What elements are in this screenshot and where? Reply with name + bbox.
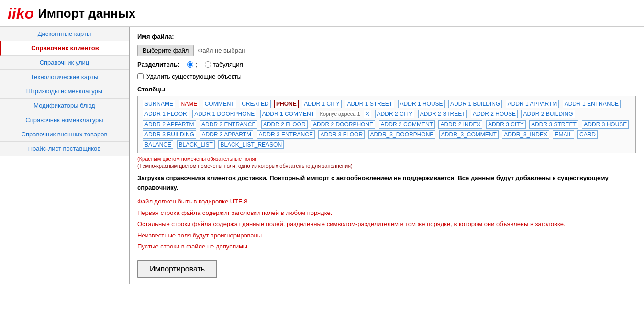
column-tag: ADDR 1 STREET xyxy=(345,100,394,108)
main-layout: Дисконтные картыСправочник клиентовСправ… xyxy=(0,26,644,284)
info-line: Пустые строки в файле не допустимы. xyxy=(137,242,636,251)
column-tag: ADDR 2 INDEX xyxy=(438,120,482,129)
import-button-row: Импортировать xyxy=(137,253,636,278)
column-tag: ADDR 1 CITY xyxy=(302,100,342,108)
column-tag: ADDR 2 ENTRANCE xyxy=(200,120,257,129)
file-no-selected-text: Файл не выбран xyxy=(198,47,245,54)
sidebar: Дисконтные картыСправочник клиентовСправ… xyxy=(0,27,129,284)
column-tag: EMAIL xyxy=(553,130,574,139)
info-bold: Загрузка справочника клиентов доставки. … xyxy=(137,173,636,192)
column-tag: ADDR 3 BUILDING xyxy=(143,130,196,139)
radio-semicolon-input[interactable] xyxy=(187,61,193,68)
column-tag: X xyxy=(364,110,371,118)
info-line: Остальные строки файла содержат данные п… xyxy=(137,219,636,229)
column-tag: CARD xyxy=(577,130,598,139)
column-tag: ADDR 3 ENTRANCE xyxy=(257,130,315,139)
column-tag: BLACK_LIST xyxy=(177,140,215,149)
sidebar-item-external-goods[interactable]: Справочник внешних товаров xyxy=(0,127,129,142)
content-area: Имя файла: Выберите файл Файл не выбран … xyxy=(129,27,644,284)
column-tag: ADDR 1 COMMENT xyxy=(260,110,316,118)
radio-semicolon-label: ; xyxy=(195,61,197,68)
columns-label: Столбцы xyxy=(137,86,636,93)
radio-tab-label: табуляция xyxy=(213,61,243,68)
app-header: iiko Импорт данных xyxy=(0,0,644,26)
separator-row: Разделитель: ; табуляция xyxy=(137,61,636,68)
column-tag: BALANCE xyxy=(143,140,173,149)
column-tag: ADDR 2 CITY xyxy=(375,110,415,118)
delete-checkbox[interactable] xyxy=(137,73,144,79)
column-tag: ADDR 2 FLOOR xyxy=(261,120,308,129)
column-tag: ADDR 2 BUILDING xyxy=(521,110,575,118)
column-tag: ADDR 3 STREET xyxy=(529,120,578,129)
sidebar-item-client-directory[interactable]: Справочник клиентов xyxy=(0,41,129,56)
radio-tab-input[interactable] xyxy=(205,61,211,68)
column-tag: ADDR 1 ENTRANCE xyxy=(563,100,621,108)
separator-label: Разделитель: xyxy=(137,61,179,68)
file-row: Имя файла: xyxy=(137,33,636,40)
file-input-row: Выберите файл Файл не выбран xyxy=(137,45,636,56)
sidebar-item-nomenclature[interactable]: Справочник номенклатуры xyxy=(0,113,129,127)
radio-tab[interactable]: табуляция xyxy=(205,61,243,68)
legend2: (Тёмно-красным цветом помечены поля, одн… xyxy=(137,163,636,169)
column-tag: NAME xyxy=(179,100,200,108)
column-tag: CREATED xyxy=(240,100,270,108)
choose-file-button[interactable]: Выберите файл xyxy=(137,45,194,56)
column-tag: COMMENT xyxy=(203,100,236,108)
info-line: Первая строка файла содержит заголовки п… xyxy=(137,208,636,218)
column-tag: ADDR 2 DOORPHONE xyxy=(311,120,375,129)
legend1: (Красным цветом помечены обязательные по… xyxy=(137,156,636,162)
column-tag: ADDR 3 APPARTM xyxy=(200,130,254,139)
column-tag: ADDR 1 HOUSE xyxy=(398,100,445,108)
sidebar-item-street-directory[interactable]: Справочник улиц xyxy=(0,56,129,70)
column-tag: PHONE xyxy=(274,100,299,108)
column-tag: ADDR 3 HOUSE xyxy=(582,120,629,129)
column-tag: ADDR 1 BUILDING xyxy=(448,100,502,108)
info-line: Файл должен быть в кодировке UTF-8 xyxy=(137,197,636,206)
delete-checkbox-label: Удалить существующие объекты xyxy=(146,73,242,80)
sidebar-item-tech-cards[interactable]: Технологические карты xyxy=(0,70,129,84)
column-tag: ADDR 3 FLOOR xyxy=(318,130,365,139)
columns-box: SURNAME NAME COMMENT CREATED PHONE ADDR … xyxy=(137,96,636,153)
column-tag: ADDR 1 FLOOR xyxy=(143,110,189,118)
column-tag: ADDR_3_COMMENT xyxy=(439,130,499,139)
logo: iiko xyxy=(8,5,34,23)
import-button[interactable]: Импортировать xyxy=(137,260,217,278)
column-tag: ADDR_3_DOORPHONE xyxy=(368,130,436,139)
column-tag: ADDR 3 CITY xyxy=(486,120,526,129)
sidebar-item-discount-cards[interactable]: Дисконтные карты xyxy=(0,27,129,41)
column-tag: ADDR 2 COMMENT xyxy=(379,120,435,129)
column-tag: ADDR 1 APPARTM xyxy=(506,100,559,108)
file-label: Имя файла: xyxy=(137,33,174,40)
delete-checkbox-row: Удалить существующие объекты xyxy=(137,73,636,80)
column-tag: ADDR 1 DOORPHONE xyxy=(192,110,256,118)
column-tag: ADDR 2 STREET xyxy=(418,110,467,118)
column-tag: Корпус адреса 1 xyxy=(320,111,360,117)
radio-semicolon[interactable]: ; xyxy=(187,61,197,68)
info-lines: Файл должен быть в кодировке UTF-8Первая… xyxy=(137,197,636,251)
column-tag: ADDR 2 APPARTM xyxy=(143,120,196,129)
sidebar-item-barcodes[interactable]: Штрихкоды номенклатуры xyxy=(0,84,129,99)
column-tag: BLACK_LIST_REASON xyxy=(218,140,284,149)
column-tag: ADDR_3_INDEX xyxy=(502,130,549,139)
sidebar-item-dish-modifiers[interactable]: Модификаторы блюд xyxy=(0,99,129,113)
column-tag: ADDR 2 HOUSE xyxy=(471,110,518,118)
info-line: Неизвестные поля будут проигнорированы. xyxy=(137,231,636,240)
page-title: Импорт данных xyxy=(38,6,135,21)
sidebar-item-supplier-pricelist[interactable]: Прайс-лист поставщиков xyxy=(0,142,129,156)
column-tag: SURNAME xyxy=(143,100,175,108)
